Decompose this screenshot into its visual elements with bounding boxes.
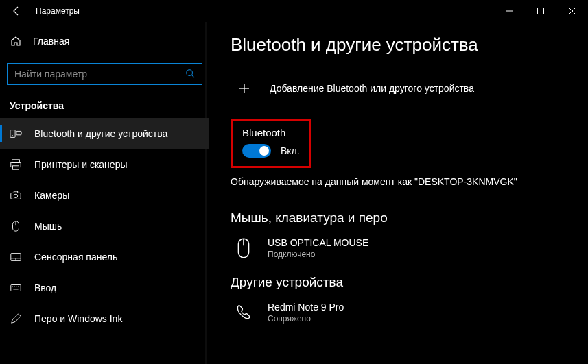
device-name: USB OPTICAL MOUSE	[268, 237, 368, 248]
section-other-devices: Другие устройства	[231, 275, 588, 290]
arrow-left-icon	[11, 5, 22, 16]
main-content: Bluetooth и другие устройства Добавление…	[210, 22, 588, 364]
section-mouse-keyboard: Мышь, клавиатура и перо	[231, 210, 588, 226]
sidebar-item-label: Камеры	[34, 190, 69, 201]
svg-rect-1	[538, 8, 544, 14]
sidebar-item-pen[interactable]: Перо и Windows Ink	[0, 303, 209, 334]
page-title: Bluetooth и другие устройства	[231, 34, 588, 56]
camera-icon	[10, 189, 22, 202]
sidebar-nav: Bluetooth и другие устройства Принтеры и…	[0, 118, 209, 334]
sidebar-item-printers[interactable]: Принтеры и сканеры	[0, 149, 209, 180]
add-device-button[interactable]: Добавление Bluetooth или другого устройс…	[231, 75, 588, 101]
add-device-label: Добавление Bluetooth или другого устройс…	[270, 83, 474, 94]
close-icon	[569, 8, 576, 14]
svg-point-13	[14, 194, 17, 197]
home-icon	[10, 35, 22, 47]
device-info: Redmi Note 9 Pro Сопряжено	[268, 302, 344, 324]
maximize-button[interactable]	[525, 0, 556, 22]
touchpad-icon	[10, 251, 22, 263]
sidebar-section-label: Устройства	[10, 100, 209, 111]
sidebar-item-typing[interactable]: Ввод	[0, 272, 209, 303]
sidebar-item-label: Мышь	[34, 221, 62, 232]
mouse-icon	[232, 236, 255, 260]
device-status: Сопряжено	[268, 314, 344, 324]
minimize-icon	[506, 8, 513, 14]
svg-rect-7	[16, 131, 21, 134]
bluetooth-toggle-row: Вкл.	[242, 144, 300, 158]
keyboard-icon	[10, 282, 22, 294]
svg-point-8	[12, 135, 13, 136]
svg-line-5	[192, 75, 195, 77]
bluetooth-toggle[interactable]	[242, 144, 271, 158]
search-box[interactable]	[7, 63, 202, 85]
sidebar-item-touchpad[interactable]: Сенсорная панель	[0, 241, 209, 272]
svg-rect-9	[12, 159, 20, 162]
printer-icon	[10, 158, 22, 171]
sidebar-item-mouse[interactable]: Мышь	[0, 210, 209, 241]
sidebar-item-cameras[interactable]: Камеры	[0, 180, 209, 210]
minimize-button[interactable]	[493, 0, 525, 22]
sidebar-item-label: Сенсорная панель	[34, 252, 117, 263]
svg-rect-10	[11, 162, 21, 167]
svg-rect-6	[10, 130, 15, 137]
svg-rect-11	[13, 165, 19, 169]
window-title: Параметры	[36, 6, 80, 16]
mouse-icon	[10, 220, 22, 232]
svg-point-4	[187, 69, 193, 75]
device-row[interactable]: USB OPTICAL MOUSE Подключено	[231, 234, 588, 275]
device-status: Подключено	[268, 250, 368, 259]
phone-icon	[232, 301, 255, 324]
sidebar: Главная Устройства Bluetooth и другие ус…	[0, 22, 210, 364]
device-info: USB OPTICAL MOUSE Подключено	[268, 237, 368, 259]
home-label: Главная	[33, 36, 69, 47]
bluetooth-devices-icon	[10, 128, 22, 140]
titlebar: Параметры	[0, 0, 588, 22]
device-row[interactable]: Redmi Note 9 Pro Сопряжено	[231, 298, 588, 339]
search-input[interactable]	[14, 69, 185, 80]
plus-icon	[231, 75, 257, 101]
bluetooth-label: Bluetooth	[242, 127, 300, 138]
sidebar-item-label: Перо и Windows Ink	[34, 313, 122, 324]
window-controls	[493, 0, 588, 22]
sidebar-item-label: Принтеры и сканеры	[34, 159, 127, 170]
toggle-state-label: Вкл.	[281, 145, 300, 156]
svg-rect-20	[11, 284, 21, 291]
sidebar-item-label: Bluetooth и другие устройства	[34, 128, 167, 139]
search-icon	[185, 69, 195, 80]
discoverable-text: Обнаруживаемое на данный момент как "DES…	[231, 176, 588, 187]
sidebar-item-bluetooth[interactable]: Bluetooth и другие устройства	[0, 118, 209, 149]
pen-icon	[10, 313, 22, 325]
bluetooth-highlight: Bluetooth Вкл.	[231, 119, 311, 168]
device-name: Redmi Note 9 Pro	[268, 302, 344, 313]
toggle-knob	[259, 146, 269, 156]
sidebar-item-label: Ввод	[34, 282, 56, 293]
home-button[interactable]: Главная	[0, 29, 209, 53]
back-button[interactable]	[7, 1, 26, 21]
maximize-icon	[537, 8, 544, 14]
svg-rect-14	[14, 191, 17, 193]
close-button[interactable]	[556, 0, 588, 22]
